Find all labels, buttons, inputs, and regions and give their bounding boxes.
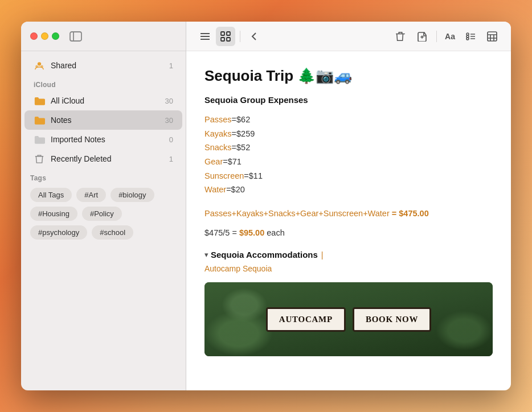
note-title: Sequoia Trip 🌲📷🚙 (204, 67, 493, 85)
tag-biology[interactable]: #biology (111, 188, 154, 202)
tag-art[interactable]: #Art (76, 188, 106, 202)
folder-icon (34, 95, 45, 106)
fullscreen-button[interactable] (52, 32, 59, 40)
svg-point-14 (466, 35, 469, 38)
expense-water: Water=$20 (204, 183, 493, 197)
svg-point-2 (38, 62, 41, 65)
shared-icon (34, 60, 45, 71)
section-chevron-icon[interactable]: ▾ (204, 250, 208, 259)
shared-count: 1 (169, 61, 173, 70)
expense-list: Passes=$62 Kayaks=$259 Snacks=$52 Gear=$… (204, 113, 493, 197)
tag-policy[interactable]: #Policy (82, 207, 122, 221)
toolbar-divider-1 (240, 31, 240, 42)
new-note-button[interactable] (412, 27, 432, 46)
expense-kayaks: Kayaks=$259 (204, 127, 493, 141)
shared-label: Shared (51, 61, 163, 70)
list-view-button[interactable] (195, 27, 215, 46)
icloud-section-label: iCloud (21, 75, 186, 91)
minimize-button[interactable] (41, 32, 48, 40)
svg-rect-18 (488, 32, 497, 41)
recently-deleted-count: 1 (169, 155, 173, 163)
delete-button[interactable] (391, 27, 410, 46)
all-icloud-label: All iCloud (51, 96, 159, 105)
tags-grid: All Tags #Art #biology #Housing #Policy … (30, 188, 177, 240)
sidebar-toggle-button[interactable] (69, 30, 82, 43)
main-toolbar: Aa (186, 22, 511, 51)
sidebar: Shared 1 iCloud All iCloud 30 (21, 22, 186, 390)
recently-deleted-label: Recently Deleted (51, 154, 163, 163)
sidebar-item-notes[interactable]: Notes 30 (24, 110, 182, 130)
app-window: Shared 1 iCloud All iCloud 30 (21, 22, 511, 390)
total-line: Passes+Kayaks+Snacks+Gear+Sunscreen+Wate… (204, 207, 493, 220)
svg-rect-8 (221, 32, 224, 35)
folder-imported-icon (34, 134, 45, 145)
note-area[interactable]: Sequoia Trip 🌲📷🚙 Sequoia Group Expenses … (186, 51, 511, 390)
back-button[interactable] (245, 27, 264, 46)
note-subtitle: Sequoia Group Expenses (204, 95, 493, 105)
close-button[interactable] (30, 32, 38, 40)
expense-sunscreen: Sunscreen=$11 (204, 169, 493, 183)
imported-notes-count: 0 (169, 135, 173, 144)
autocamp-link[interactable]: Autocamp Sequoia (204, 264, 493, 273)
expense-passes: Passes=$62 (204, 113, 493, 127)
expense-snacks: Snacks=$52 (204, 141, 493, 155)
sidebar-item-imported-notes[interactable]: Imported Notes 0 (24, 130, 182, 149)
expense-gear: Gear=$71 (204, 155, 493, 169)
sidebar-item-shared[interactable]: Shared 1 (24, 56, 182, 75)
notes-label: Notes (51, 116, 159, 125)
toolbar-divider-2 (436, 31, 437, 42)
sidebar-titlebar (21, 22, 186, 51)
accommodations-section-header: ▾ Sequoia Accommodations | (204, 250, 493, 259)
gallery-view-button[interactable] (216, 27, 235, 46)
traffic-lights (30, 32, 59, 40)
tags-section-title: Tags (30, 174, 177, 182)
autocamp-banner: AUTOCAMP BOOK NOW (204, 282, 493, 356)
main-content: Aa (186, 22, 511, 390)
svg-rect-0 (70, 32, 81, 41)
accommodations-title: Sequoia Accommodations (211, 250, 318, 259)
font-button[interactable]: Aa (441, 27, 459, 46)
per-person-line: $475/5 = $95.00 each (204, 228, 493, 237)
view-toggle-group (195, 27, 235, 46)
book-now-banner-btn[interactable]: BOOK NOW (353, 307, 431, 332)
svg-rect-9 (227, 32, 230, 35)
folder-notes-icon (34, 114, 45, 126)
tag-psychology[interactable]: #psychology (30, 225, 87, 240)
checklist-button[interactable] (461, 27, 480, 46)
svg-rect-11 (227, 38, 230, 41)
autocamp-banner-btn: AUTOCAMP (266, 307, 346, 332)
tags-section: Tags All Tags #Art #biology #Housing #Po… (21, 168, 186, 245)
all-icloud-count: 30 (165, 97, 173, 105)
svg-rect-10 (221, 38, 224, 41)
notes-count: 30 (165, 116, 173, 125)
sidebar-content: Shared 1 iCloud All iCloud 30 (21, 51, 186, 390)
trash-icon (34, 153, 45, 164)
imported-notes-label: Imported Notes (51, 135, 163, 144)
sidebar-item-all-icloud[interactable]: All iCloud 30 (24, 91, 182, 110)
tag-school[interactable]: #school (92, 225, 133, 240)
tag-all-tags[interactable]: All Tags (30, 188, 72, 202)
sidebar-item-recently-deleted[interactable]: Recently Deleted 1 (24, 149, 182, 168)
tag-housing[interactable]: #Housing (30, 207, 77, 221)
table-button[interactable] (482, 27, 502, 46)
